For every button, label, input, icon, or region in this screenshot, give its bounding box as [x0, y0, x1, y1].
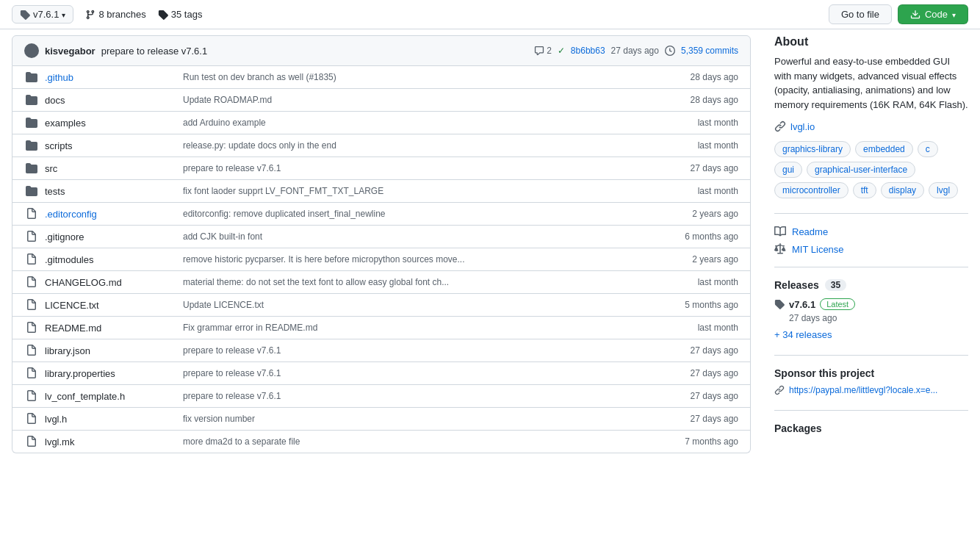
- website-label: lvgl.io: [790, 121, 815, 132]
- file-name: LICENCE.txt: [45, 299, 177, 311]
- commit-hash[interactable]: 8b6bb63: [571, 46, 605, 56]
- branch-icon: [85, 10, 96, 20]
- file-icon: [24, 322, 39, 334]
- code-chevron-icon: [952, 9, 956, 20]
- file-time: 27 days ago: [643, 163, 738, 173]
- file-name: lvgl.h: [45, 413, 177, 425]
- readme-link[interactable]: Readme: [792, 226, 828, 237]
- file-name: examples: [45, 117, 177, 129]
- file-commit-message: Update LICENCE.txt: [183, 300, 637, 310]
- top-bar-actions: Go to file Code: [829, 4, 968, 24]
- code-button[interactable]: Code: [898, 4, 968, 24]
- divider-4: [774, 410, 968, 411]
- file-commit-message: prepare to release v7.6.1: [183, 368, 637, 378]
- top-bar: v7.6.1 8 branches 35 tags Go to file Cod…: [0, 0, 980, 29]
- file-browser: kisvegabor prepare to release v7.6.1 2 ✓…: [0, 29, 763, 554]
- clock-icon: [665, 46, 675, 56]
- topic-tag[interactable]: microcontroller: [774, 182, 849, 198]
- check-icon: ✓: [558, 46, 565, 56]
- file-icon: [24, 299, 39, 311]
- table-row: scriptsrelease.py: update docs only in t…: [12, 134, 750, 157]
- table-row: examplesadd Arduino examplelast month: [12, 111, 750, 134]
- go-to-file-button[interactable]: Go to file: [829, 4, 892, 24]
- release-tag-icon: [774, 299, 785, 309]
- sponsor-section: Sponsor this project https://paypal.me/l…: [774, 367, 968, 395]
- file-commit-message: Update ROADMAP.md: [183, 95, 637, 105]
- file-name: library.json: [45, 345, 177, 356]
- website-link[interactable]: lvgl.io: [774, 120, 968, 132]
- table-row: library.propertiesprepare to release v7.…: [12, 361, 750, 384]
- file-name: .gitmodules: [45, 253, 177, 265]
- folder-icon: [24, 117, 39, 129]
- table-row: testsfix font laoder supprt LV_FONT_FMT_…: [12, 179, 750, 202]
- code-btn-label: Code: [925, 9, 948, 20]
- file-commit-message: prepare to release v7.6.1: [183, 391, 637, 401]
- more-releases-link[interactable]: + 34 releases: [774, 329, 968, 340]
- version-dropdown[interactable]: v7.6.1: [12, 5, 73, 24]
- latest-badge: Latest: [820, 298, 855, 310]
- file-name: .editorconfig: [45, 208, 177, 220]
- table-row: lv_conf_template.hprepare to release v7.…: [12, 384, 750, 407]
- table-row: lvgl.hfix version number27 days ago: [12, 407, 750, 430]
- branches-label: 8 branches: [98, 9, 145, 20]
- file-time: last month: [643, 118, 738, 128]
- file-time: last month: [643, 277, 738, 287]
- release-item: v7.6.1 Latest: [774, 298, 968, 310]
- packages-title: Packages: [774, 422, 968, 434]
- topic-tag[interactable]: graphical-user-interface: [807, 162, 915, 178]
- file-icon: [24, 367, 39, 379]
- topic-tag[interactable]: gui: [774, 162, 802, 178]
- file-commit-message: material theme: do not set the text font…: [183, 277, 637, 287]
- file-time: 27 days ago: [643, 345, 738, 356]
- file-name: lv_conf_template.h: [45, 390, 177, 402]
- table-row: CHANGELOG.mdmaterial theme: do not set t…: [12, 270, 750, 293]
- avatar: [24, 43, 39, 58]
- divider-1: [774, 213, 968, 214]
- folder-icon: [24, 94, 39, 106]
- topic-tag[interactable]: graphics-library: [774, 141, 851, 157]
- about-section: About Powerful and easy-to-use embedded …: [774, 35, 968, 198]
- branches-link[interactable]: 8 branches: [85, 9, 145, 20]
- file-time: 28 days ago: [643, 95, 738, 105]
- table-row: .editorconfigeditorconfig: remove duplic…: [12, 202, 750, 225]
- tags-link[interactable]: 35 tags: [158, 9, 203, 20]
- table-row: README.mdFix grammar error in README.mdl…: [12, 316, 750, 339]
- file-commit-message: add Arduino example: [183, 118, 637, 128]
- folder-icon: [24, 140, 39, 151]
- releases-count-badge: 35: [825, 279, 846, 291]
- sidebar: About Powerful and easy-to-use embedded …: [763, 29, 980, 554]
- table-row: library.jsonprepare to release v7.6.127 …: [12, 339, 750, 361]
- topic-tag[interactable]: display: [881, 182, 924, 198]
- file-icon: [24, 253, 39, 265]
- commits-count[interactable]: 5,359 commits: [681, 46, 738, 56]
- file-icon: [24, 276, 39, 288]
- tag-small-icon: [158, 10, 168, 20]
- topic-tag[interactable]: c: [918, 141, 938, 157]
- commit-author[interactable]: kisvegabor: [45, 46, 96, 57]
- topic-tag[interactable]: embedded: [855, 141, 913, 157]
- license-link[interactable]: MIT License: [792, 244, 844, 255]
- table-row: .gitmodulesremove historic pycparser. It…: [12, 248, 750, 270]
- topic-tag[interactable]: lvgl: [929, 182, 958, 198]
- tags-label: 35 tags: [171, 9, 203, 20]
- sponsor-link[interactable]: https://paypal.me/littlevgl?locale.x=e..…: [774, 385, 968, 395]
- file-name: README.md: [45, 322, 177, 334]
- comment-icon: [534, 46, 544, 56]
- commit-bar: kisvegabor prepare to release v7.6.1 2 ✓…: [12, 35, 751, 66]
- file-time: 6 months ago: [643, 231, 738, 242]
- file-name: CHANGELOG.md: [45, 276, 177, 288]
- link-icon: [774, 120, 786, 132]
- file-commit-message: Run test on dev branch as well (#1835): [183, 72, 637, 82]
- file-name: lvgl.mk: [45, 436, 177, 447]
- release-name[interactable]: v7.6.1: [789, 299, 815, 310]
- file-name: library.properties: [45, 367, 177, 379]
- file-name: .gitignore: [45, 231, 177, 242]
- file-commit-message: more dma2d to a separate file: [183, 436, 637, 447]
- topic-tag[interactable]: tft: [853, 182, 876, 198]
- release-date: 27 days ago: [789, 313, 968, 323]
- license-item: MIT License: [774, 243, 968, 255]
- download-icon: [910, 10, 920, 20]
- file-time: 27 days ago: [643, 414, 738, 424]
- file-time: 27 days ago: [643, 391, 738, 401]
- file-icon: [24, 208, 39, 220]
